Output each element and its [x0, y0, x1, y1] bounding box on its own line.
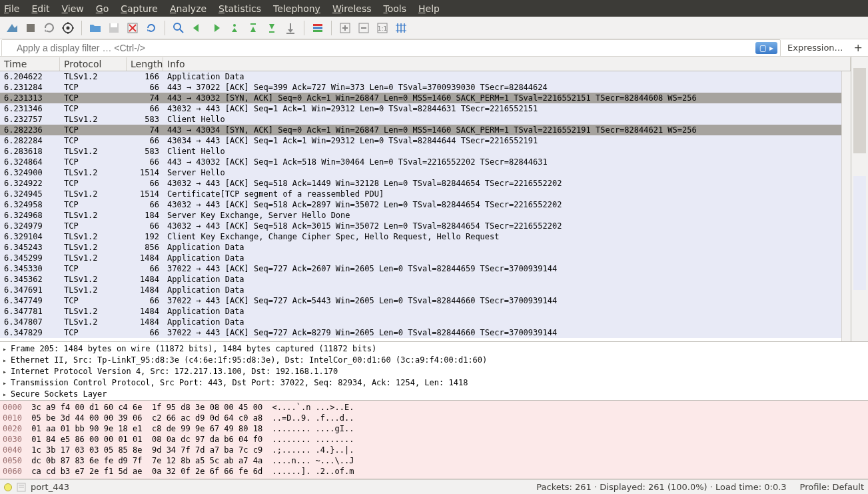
menu-view[interactable]: View [62, 3, 84, 14]
open-file-icon[interactable] [87, 20, 103, 36]
packet-row[interactable]: 6.324922TCP6643032 → 443 [ACK] Seq=518 A… [0, 178, 841, 189]
packet-row[interactable]: 6.324864TCP66443 → 43032 [ACK] Seq=1 Ack… [0, 157, 841, 167]
svg-text:1:1: 1:1 [378, 25, 387, 32]
packet-row[interactable]: 6.232757TLSv1.2583Client Hello [0, 114, 841, 125]
packet-row[interactable]: 6.329104TLSv1.2192Client Key Exchange, C… [0, 231, 841, 242]
zoom-reset-icon[interactable]: 1:1 [374, 20, 390, 36]
menu-capture[interactable]: Capture [121, 3, 158, 14]
packet-list-header: Time Protocol Length Info [0, 57, 851, 71]
notes-icon[interactable] [16, 482, 27, 493]
packet-row[interactable]: 6.347807TLSv1.21484Application Data [0, 317, 841, 327]
restart-capture-icon[interactable] [41, 20, 57, 36]
packet-count-label: Packets: 261 · Displayed: 261 (100.0%) ·… [536, 482, 786, 492]
col-info[interactable]: Info [163, 57, 851, 71]
stop-capture-icon[interactable] [23, 20, 39, 36]
col-protocol[interactable]: Protocol [60, 57, 127, 71]
detail-line[interactable]: Secure Sockets Layer [3, 389, 865, 400]
packet-bytes-pane[interactable]: 0000 3c a9 f4 00 d1 60 c4 6e 1f 95 d8 3e… [0, 401, 868, 479]
main-area: Time Protocol Length Info 6.204622TLSv1.… [0, 57, 868, 342]
filter-apply-button[interactable]: ▢ ▸ [755, 42, 777, 54]
find-icon[interactable] [171, 20, 187, 36]
expert-info-indicator[interactable] [4, 483, 12, 491]
hex-line[interactable]: 0060 ca cd b3 e7 2e f1 5d ae 0a 32 0f 2e… [3, 466, 865, 477]
display-filter-input[interactable] [2, 40, 755, 56]
detail-line[interactable]: Transmission Control Protocol, Src Port:… [3, 377, 865, 389]
packet-row[interactable]: 6.345330TCP6637022 → 443 [ACK] Seq=727 A… [0, 263, 841, 274]
menu-go[interactable]: Go [96, 3, 109, 14]
resize-columns-icon[interactable] [393, 20, 409, 36]
hex-line[interactable]: 0040 1c 3b 17 03 03 05 85 8e 9d 34 7f 7d… [3, 445, 865, 455]
hex-line[interactable]: 0000 3c a9 f4 00 d1 60 c4 6e 1f 95 d8 3e… [3, 402, 865, 413]
detail-line[interactable]: Internet Protocol Version 4, Src: 172.21… [3, 366, 865, 377]
goto-packet-icon[interactable] [226, 20, 242, 36]
packet-row[interactable]: 6.204622TLSv1.2166Application Data [0, 71, 841, 82]
menu-tools[interactable]: Tools [384, 3, 407, 14]
packet-row[interactable]: 6.324979TCP6643032 → 443 [ACK] Seq=518 A… [0, 221, 841, 231]
svg-point-12 [174, 23, 181, 30]
svg-point-14 [233, 24, 236, 27]
packet-row[interactable]: 6.347829TCP6637022 → 443 [ACK] Seq=727 A… [0, 327, 841, 338]
save-file-icon[interactable] [106, 20, 122, 36]
svg-rect-8 [111, 23, 117, 27]
col-length[interactable]: Length [127, 57, 163, 71]
goto-first-icon[interactable] [245, 20, 261, 36]
zoom-in-icon[interactable] [337, 20, 353, 36]
colorize-icon[interactable] [310, 20, 326, 36]
hex-line[interactable]: 0030 01 84 e5 86 00 00 01 01 08 0a dc 97… [3, 434, 865, 445]
menu-edit[interactable]: Edit [31, 3, 49, 14]
go-forward-icon[interactable] [208, 20, 224, 36]
packet-row[interactable]: 6.347781TLSv1.21484Application Data [0, 306, 841, 317]
menu-help[interactable]: Help [418, 3, 440, 14]
svg-rect-19 [313, 24, 322, 26]
packet-row[interactable]: 6.231346TCP6643032 → 443 [ACK] Seq=1 Ack… [0, 103, 841, 114]
packet-row[interactable]: 6.324945TLSv1.21514Certificate[TCP segme… [0, 189, 841, 199]
start-capture-icon[interactable] [4, 20, 20, 36]
packet-row[interactable]: 6.324900TLSv1.21514Server Hello [0, 167, 841, 178]
packet-details-pane[interactable]: Frame 205: 1484 bytes on wire (11872 bit… [0, 342, 868, 401]
close-file-icon[interactable] [125, 20, 141, 36]
svg-rect-21 [313, 30, 322, 32]
goto-last-icon[interactable] [264, 20, 280, 36]
capture-options-icon[interactable] [60, 20, 76, 36]
packet-row[interactable]: 6.231313TCP74443 → 43032 [SYN, ACK] Seq=… [0, 93, 841, 103]
zoom-out-icon[interactable] [356, 20, 372, 36]
autoscroll-icon[interactable] [282, 20, 298, 36]
packet-row[interactable]: 6.231284TCP66443 → 37022 [ACK] Seq=399 A… [0, 82, 841, 93]
capture-file-label: port_443 [31, 482, 69, 492]
menu-telephony[interactable]: Telephony [273, 3, 320, 14]
status-bar: port_443 Packets: 261 · Displayed: 261 (… [0, 479, 868, 494]
expression-link[interactable]: Expression… [782, 43, 849, 53]
svg-rect-20 [313, 27, 322, 29]
detail-line[interactable]: Frame 205: 1484 bytes on wire (11872 bit… [3, 343, 865, 355]
toolbar: 1:1 [0, 17, 868, 39]
profile-label[interactable]: Profile: Default [800, 482, 864, 492]
packet-scrollbar[interactable] [841, 71, 851, 341]
packet-row[interactable]: 6.282236TCP74443 → 43034 [SYN, ACK] Seq=… [0, 125, 841, 135]
packet-row[interactable]: 6.345243TLSv1.2856Application Data [0, 242, 841, 253]
reload-icon[interactable] [143, 20, 159, 36]
packet-row[interactable]: 6.347691TLSv1.21484Application Data [0, 285, 841, 295]
svg-rect-0 [27, 24, 35, 32]
packet-row[interactable]: 6.345299TLSv1.21484Application Data [0, 253, 841, 263]
packet-row[interactable]: 6.282284TCP6643034 → 443 [ACK] Seq=1 Ack… [0, 135, 841, 146]
col-time[interactable]: Time [0, 57, 60, 71]
packet-row[interactable]: 6.324958TCP6643032 → 443 [ACK] Seq=518 A… [0, 199, 841, 210]
hex-line[interactable]: 0010 05 be 3d 44 00 00 39 06 c2 66 ac d9… [3, 413, 865, 423]
menu-statistics[interactable]: Statistics [218, 3, 261, 14]
detail-line[interactable]: Ethernet II, Src: Tp-LinkT_95:d8:3e (c4:… [3, 355, 865, 366]
menubar: File Edit View Go Capture Analyze Statis… [0, 0, 868, 17]
filter-bar: ▢ ▸ Expression… + [0, 39, 868, 57]
packet-row[interactable]: 6.347749TCP6637022 → 443 [ACK] Seq=727 A… [0, 295, 841, 306]
minimap[interactable] [851, 57, 868, 341]
packet-row[interactable]: 6.345362TLSv1.21484Application Data [0, 274, 841, 285]
hex-line[interactable]: 0020 01 aa 01 bb 90 9e 18 e1 c8 de 99 9e… [3, 423, 865, 434]
menu-analyze[interactable]: Analyze [170, 3, 207, 14]
packet-row[interactable]: 6.324968TLSv1.2184Server Key Exchange, S… [0, 210, 841, 221]
menu-file[interactable]: File [4, 3, 19, 14]
hex-line[interactable]: 0050 dc 0b 87 83 6e fe d9 7f 7e 12 8b a5… [3, 455, 865, 466]
menu-wireless[interactable]: Wireless [332, 3, 372, 14]
packet-list[interactable]: 6.204622TLSv1.2166Application Data6.2312… [0, 71, 841, 341]
packet-row[interactable]: 6.283618TLSv1.2583Client Hello [0, 146, 841, 157]
go-back-icon[interactable] [189, 20, 205, 36]
add-filter-button[interactable]: + [849, 41, 868, 54]
